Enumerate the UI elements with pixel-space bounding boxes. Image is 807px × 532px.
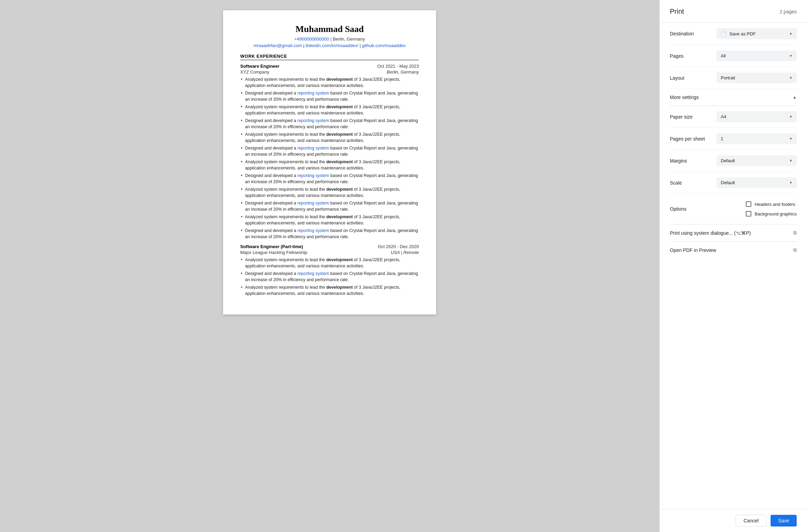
destination-row: Destination 📄 Save as PDF ▼	[670, 23, 797, 45]
job-1-date: Oct 2021 - May 2023	[377, 64, 419, 69]
destination-chevron-icon: ▼	[789, 32, 793, 36]
scale-select[interactable]: Default ▼	[717, 177, 797, 188]
system-dialogue-row[interactable]: Print using system dialogue... (⌥⌘P) ⧉	[670, 224, 797, 241]
layout-select[interactable]: Portrait ▼	[717, 73, 797, 83]
bullet-item: Designed and developed a reporting syste…	[240, 200, 419, 212]
job-2-header: Software Engineer (Part-time) Oct 2020 -…	[240, 244, 419, 249]
job-1-bullets: Analyzed system requirements to lead the…	[240, 77, 419, 240]
resume-location: Berlin, Germany	[333, 36, 365, 42]
pages-chevron-icon: ▼	[789, 54, 793, 58]
pages-per-sheet-select[interactable]: 1 ▼	[717, 133, 797, 144]
resume-page: Muhammad Saad +4900000000000 | Berlin, G…	[223, 10, 436, 314]
bullet-item: Analyzed system requirements to lead the…	[240, 159, 419, 171]
pages-value: All	[721, 53, 726, 58]
layout-value: Portrait	[721, 75, 735, 80]
pages-per-sheet-value: 1	[721, 136, 723, 141]
margins-control: Default ▼	[717, 155, 797, 166]
bullet-item: Designed and developed a reporting syste…	[240, 228, 419, 240]
options-checkboxes: Headers and footers Background graphics	[746, 201, 797, 217]
open-pdf-label: Open PDF in Preview	[670, 247, 716, 253]
scale-value: Default	[721, 180, 735, 185]
more-settings-row[interactable]: More settings ▲	[670, 89, 797, 106]
resume-links: mrsaadirfan@gmail.com | linkedin.com/in/…	[240, 43, 419, 48]
scale-chevron-icon: ▼	[789, 181, 793, 185]
panel-pages: 2 pages	[780, 9, 797, 14]
more-settings-chevron-icon: ▲	[793, 95, 797, 100]
margins-value: Default	[721, 158, 735, 163]
print-panel: Print 2 pages Destination 📄 Save as PDF …	[659, 0, 807, 532]
headers-footers-checkbox[interactable]	[746, 201, 751, 207]
margins-row: Margins Default ▼	[670, 150, 797, 172]
job-2-location: USA | Remote	[391, 250, 419, 255]
system-dialogue-label: Print using system dialogue... (⌥⌘P)	[670, 230, 751, 236]
layout-chevron-icon: ▼	[789, 76, 793, 80]
scale-control: Default ▼	[717, 177, 797, 188]
resume-email: mrsaadirfan@gmail.com	[254, 43, 302, 48]
bullet-item: Analyzed system requirements to lead the…	[240, 77, 419, 89]
paper-size-control: A4 ▼	[717, 111, 797, 122]
pages-row: Pages All ▼	[670, 45, 797, 67]
bullet-item: Designed and developed a reporting syste…	[240, 118, 419, 130]
pdf-icon: 📄	[721, 31, 727, 36]
bullet-item: Analyzed system requirements to lead the…	[240, 104, 419, 116]
layout-row: Layout Portrait ▼	[670, 67, 797, 89]
bullet-item: Analyzed system requirements to lead the…	[240, 187, 419, 199]
pages-label: Pages	[670, 53, 711, 59]
pages-per-sheet-control: 1 ▼	[717, 133, 797, 144]
resume-name: Muhammad Saad	[240, 24, 419, 34]
panel-body: Destination 📄 Save as PDF ▼ Pages All ▼	[660, 23, 807, 509]
job-1: Software Engineer Oct 2021 - May 2023 XY…	[240, 64, 419, 240]
cancel-button[interactable]: Cancel	[736, 515, 766, 527]
background-graphics-row: Background graphics	[746, 211, 797, 217]
background-graphics-label: Background graphics	[755, 211, 797, 217]
paper-size-value: A4	[721, 114, 726, 119]
bullet-item: Designed and developed a reporting syste…	[240, 173, 419, 185]
options-label: Options	[670, 206, 686, 212]
work-experience-heading: WORK EXPERIENCE	[240, 54, 419, 60]
layout-control: Portrait ▼	[717, 73, 797, 83]
job-2: Software Engineer (Part-time) Oct 2020 -…	[240, 244, 419, 297]
resume-contact-line: +4900000000000 | Berlin, Germany	[240, 36, 419, 42]
open-pdf-external-icon: ⧉	[793, 247, 797, 253]
options-row: Options Headers and footers Background g…	[670, 199, 797, 219]
headers-footers-label: Headers and footers	[755, 202, 795, 207]
bullet-item: Designed and developed a reporting syste…	[240, 145, 419, 157]
resume-linkedin: linkedin.com/in/msaaddev/	[306, 43, 358, 48]
bullet-item: Analyzed system requirements to lead the…	[240, 132, 419, 144]
pages-control: All ▼	[717, 51, 797, 61]
destination-value: Save as PDF	[729, 31, 756, 36]
external-link-icon: ⧉	[793, 230, 797, 236]
job-1-location: Berlin, Germany	[387, 69, 419, 75]
pages-per-sheet-chevron-icon: ▼	[789, 137, 793, 141]
pages-select[interactable]: All ▼	[717, 51, 797, 61]
bullet-item: Analyzed system requirements to lead the…	[240, 257, 419, 269]
panel-title: Print	[670, 8, 684, 15]
margins-label: Margins	[670, 158, 711, 164]
margins-select[interactable]: Default ▼	[717, 155, 797, 166]
paper-size-chevron-icon: ▼	[789, 115, 793, 119]
more-settings-label: More settings	[670, 95, 699, 100]
scale-row: Scale Default ▼	[670, 172, 797, 194]
open-pdf-row[interactable]: Open PDF in Preview ⧉	[670, 241, 797, 258]
pages-per-sheet-label: Pages per sheet	[670, 136, 711, 142]
panel-footer: Cancel Save	[660, 509, 807, 532]
resume-phone: +4900000000000	[294, 36, 329, 42]
job-2-date: Oct 2020 - Dec 2020	[378, 244, 419, 249]
save-button[interactable]: Save	[771, 515, 797, 527]
margins-chevron-icon: ▼	[789, 159, 793, 163]
bullet-item: Analyzed system requirements to lead the…	[240, 214, 419, 226]
job-1-header: Software Engineer Oct 2021 - May 2023	[240, 64, 419, 69]
bullet-item: Analyzed system requirements to lead the…	[240, 285, 419, 297]
bullet-item: Designed and developed a reporting syste…	[240, 90, 419, 102]
job-2-title: Software Engineer (Part-time)	[240, 244, 303, 249]
paper-size-select[interactable]: A4 ▼	[717, 111, 797, 122]
scale-label: Scale	[670, 180, 711, 186]
layout-label: Layout	[670, 75, 711, 81]
bullet-item: Designed and developed a reporting syste…	[240, 271, 419, 283]
preview-area: Muhammad Saad +4900000000000 | Berlin, G…	[0, 0, 659, 532]
paper-size-row: Paper size A4 ▼	[670, 106, 797, 128]
destination-select[interactable]: 📄 Save as PDF ▼	[717, 28, 797, 39]
job-2-meta: Major League Hacking Fellowship USA | Re…	[240, 250, 419, 255]
destination-control: 📄 Save as PDF ▼	[717, 28, 797, 39]
background-graphics-checkbox[interactable]	[746, 211, 751, 217]
